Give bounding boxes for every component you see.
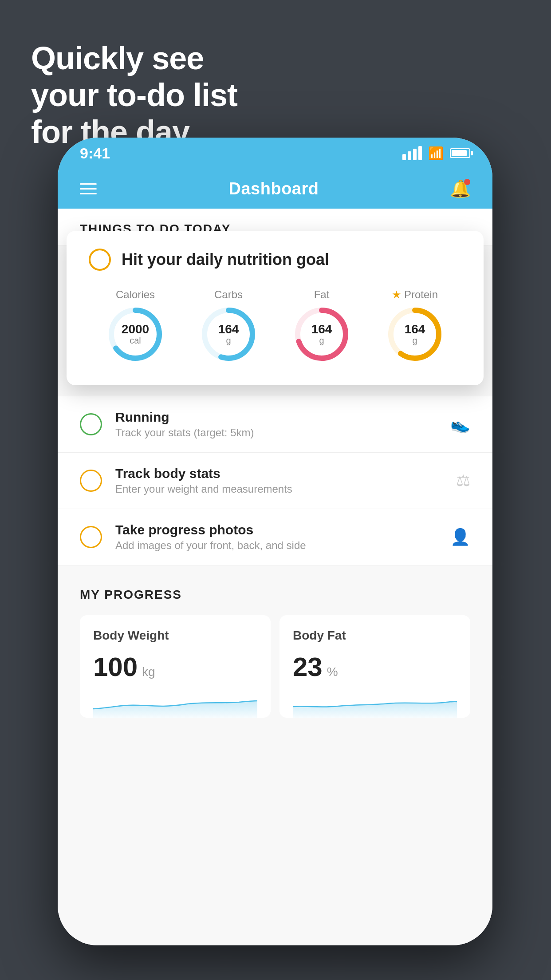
progress-section: MY PROGRESS Body Weight 100 kg [58,565,492,731]
body-weight-title: Body Weight [93,628,257,643]
nav-title: Dashboard [229,179,319,198]
body-fat-unit: % [327,665,338,679]
todo-list: Running Track your stats (target: 5km) 👟… [58,396,492,565]
todo-body-stats[interactable]: Track body stats Enter your weight and m… [58,453,492,509]
wifi-icon: 📶 [428,146,444,161]
progress-photos-radio[interactable] [80,526,102,548]
nutrition-card-title: Hit your daily nutrition goal [122,250,329,269]
calories-unit: cal [122,336,149,346]
body-stats-info: Track body stats Enter your weight and m… [115,466,443,495]
protein-label: Protein [404,288,438,301]
running-info: Running Track your stats (target: 5km) [115,410,437,439]
progress-photos-name: Take progress photos [115,522,437,537]
calories-value: 2000 [122,323,149,336]
progress-photos-sub: Add images of your front, back, and side [115,539,437,552]
fat-value: 164 [311,323,332,336]
todo-running[interactable]: Running Track your stats (target: 5km) 👟 [58,396,492,453]
running-name: Running [115,410,437,425]
protein-donut: 164 g [386,305,444,363]
protein-unit: g [405,336,425,346]
body-fat-card: Body Fat 23 % [279,615,470,718]
headline-line2: your to-do list [31,77,237,114]
nav-bar: Dashboard 🔔 [58,169,492,209]
status-icons: 📶 [402,146,470,161]
nutrition-circles: Calories 2000 cal [89,288,461,363]
signal-icon [402,146,422,160]
progress-section-title: MY PROGRESS [80,588,470,602]
calories-donut: 2000 cal [106,305,164,363]
nutrition-fat: Fat 164 g [293,288,350,363]
progress-cards: Body Weight 100 kg [80,615,470,718]
carbs-donut: 164 g [200,305,257,363]
todo-progress-photos[interactable]: Take progress photos Add images of your … [58,509,492,565]
headline: Quickly see your to-do list for the day. [31,40,237,150]
nutrition-carbs: Carbs 164 g [200,288,257,363]
notifications-button[interactable]: 🔔 [451,179,470,198]
body-fat-chart [293,691,457,718]
battery-icon [450,148,470,158]
menu-button[interactable] [80,183,97,194]
fat-unit: g [311,336,332,346]
running-sub: Track your stats (target: 5km) [115,427,437,439]
protein-label-row: ★ Protein [392,288,438,301]
notification-badge [464,179,470,185]
body-stats-icon: ⚖ [456,471,470,490]
app-content: THINGS TO DO TODAY Hit your daily nutrit… [58,209,492,945]
calories-label: Calories [116,288,155,301]
body-stats-name: Track body stats [115,466,443,481]
running-icon: 👟 [450,415,470,434]
headline-line1: Quickly see [31,40,237,77]
status-time: 9:41 [80,145,110,162]
nutrition-protein: ★ Protein 164 g [386,288,444,363]
nutrition-radio[interactable] [89,249,111,271]
carbs-label: Carbs [214,288,243,301]
progress-photos-icon: 👤 [450,528,470,546]
body-weight-value: 100 [93,652,138,682]
fat-label: Fat [314,288,330,301]
nutrition-calories: Calories 2000 cal [106,288,164,363]
body-stats-sub: Enter your weight and measurements [115,483,443,495]
body-fat-value: 23 [293,652,323,682]
star-icon: ★ [392,288,401,301]
body-fat-title: Body Fat [293,628,457,643]
body-weight-card: Body Weight 100 kg [80,615,271,718]
page-background: Quickly see your to-do list for the day.… [0,0,551,980]
body-stats-radio[interactable] [80,470,102,492]
body-weight-value-row: 100 kg [93,652,257,682]
carbs-value: 164 [218,323,239,336]
body-weight-unit: kg [142,665,155,679]
status-bar: 9:41 📶 [58,138,492,169]
card-header: Hit your daily nutrition goal [89,249,461,271]
carbs-unit: g [218,336,239,346]
body-fat-value-row: 23 % [293,652,457,682]
progress-photos-info: Take progress photos Add images of your … [115,522,437,552]
protein-value: 164 [405,323,425,336]
phone-shell: 9:41 📶 Dashboard 🔔 [58,138,492,945]
body-weight-chart [93,691,257,718]
fat-donut: 164 g [293,305,350,363]
nutrition-card: Hit your daily nutrition goal Calories [67,231,484,385]
running-radio[interactable] [80,413,102,435]
